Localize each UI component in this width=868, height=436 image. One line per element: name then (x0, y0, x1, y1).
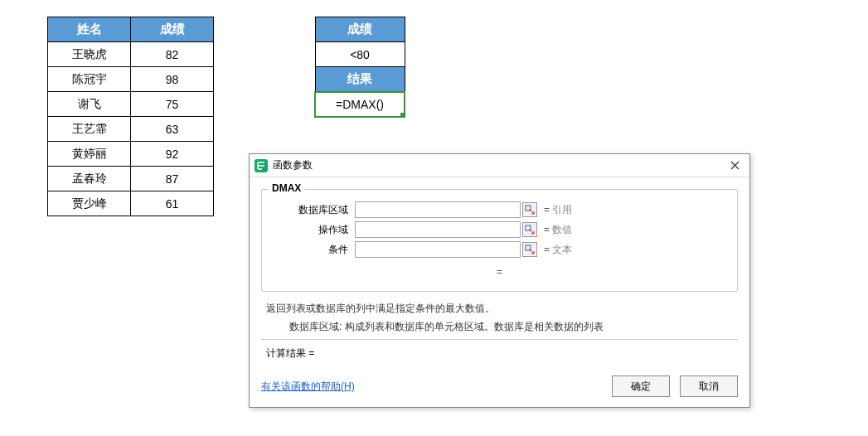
param-input-field[interactable] (355, 221, 521, 238)
cancel-button[interactable]: 取消 (680, 375, 738, 397)
result-row: 计算结果 = (261, 340, 738, 366)
cell-name[interactable]: 陈冠宇 (48, 67, 131, 92)
param-row-criteria: 条件 文本 (274, 241, 725, 258)
refedit-icon (525, 205, 535, 215)
cell-name[interactable]: 孟春玲 (48, 167, 131, 191)
param-label: 操作域 (274, 223, 348, 237)
cell-score[interactable]: 87 (131, 167, 214, 191)
function-arguments-dialog: 函数参数 DMAX 数据库区域 引用 操作域 数值 (249, 153, 750, 408)
refedit-button[interactable] (522, 222, 537, 237)
description-text: 返回列表或数据库的列中满足指定条件的最大数值。 (266, 300, 733, 318)
param-label: 数据库区域 (274, 203, 348, 217)
close-button[interactable] (725, 159, 744, 172)
param-input-database[interactable] (355, 201, 521, 218)
help-link[interactable]: 有关该函数的帮助(H) (261, 380, 355, 394)
description-block: 返回列表或数据库的列中满足指定条件的最大数值。 数据库区域: 构成列表和数据库的… (261, 297, 738, 340)
table-row[interactable]: 黄婷丽92 (48, 142, 214, 167)
function-name-legend: DMAX (269, 182, 304, 194)
table-row[interactable]: 贾少峰61 (48, 191, 214, 216)
param-row-field: 操作域 数值 (274, 221, 725, 238)
refedit-icon (525, 245, 535, 254)
titlebar[interactable]: 函数参数 (250, 154, 749, 177)
app-icon (255, 159, 268, 172)
table-row[interactable]: 结果 (315, 67, 405, 92)
criteria-value[interactable]: <80 (315, 42, 405, 67)
refedit-button[interactable] (522, 242, 537, 257)
param-label: 条件 (274, 243, 348, 257)
result-preview-equals: = (274, 266, 725, 278)
table-row[interactable]: =DMAX() (315, 92, 405, 117)
cell-name[interactable]: 王艺霏 (48, 117, 131, 142)
formula-cell[interactable]: =DMAX() (315, 92, 405, 117)
cell-score[interactable]: 82 (131, 42, 214, 67)
refedit-button[interactable] (522, 202, 537, 217)
table-row[interactable]: <80 (315, 42, 405, 67)
param-hint: 引用 (544, 203, 572, 217)
cell-score[interactable]: 98 (131, 67, 214, 92)
param-hint: 文本 (544, 243, 572, 257)
table-header-row[interactable]: 姓名 成绩 (48, 17, 214, 42)
table-row[interactable]: 孟春玲87 (48, 167, 214, 191)
param-row-database: 数据库区域 引用 (274, 201, 725, 218)
cell-score[interactable]: 61 (131, 191, 214, 216)
close-icon (730, 161, 739, 170)
dialog-body: DMAX 数据库区域 引用 操作域 数值 条件 (250, 177, 749, 375)
table-row[interactable]: 谢飞75 (48, 92, 214, 117)
table-row[interactable]: 陈冠宇98 (48, 67, 214, 92)
param-hint: 数值 (544, 223, 572, 237)
cell-name[interactable]: 谢飞 (48, 92, 131, 117)
criteria-header[interactable]: 成绩 (315, 17, 405, 42)
table-row[interactable]: 王晓虎82 (48, 42, 214, 67)
criteria-table[interactable]: 成绩 <80 结果 =DMAX() (314, 17, 405, 118)
param-input-criteria[interactable] (355, 241, 521, 258)
ok-button[interactable]: 确定 (612, 375, 670, 397)
grades-table[interactable]: 姓名 成绩 王晓虎82 陈冠宇98 谢飞75 王艺霏63 黄婷丽92 孟春玲87… (47, 17, 214, 216)
header-name[interactable]: 姓名 (48, 17, 131, 42)
cell-name[interactable]: 黄婷丽 (48, 142, 131, 167)
header-score[interactable]: 成绩 (131, 17, 214, 42)
cell-name[interactable]: 贾少峰 (48, 191, 131, 216)
table-row[interactable]: 王艺霏63 (48, 117, 214, 142)
params-fieldset: DMAX 数据库区域 引用 操作域 数值 条件 (261, 189, 738, 292)
refedit-icon (525, 225, 535, 235)
result-header[interactable]: 结果 (315, 67, 405, 92)
dialog-footer: 有关该函数的帮助(H) 确定 取消 (250, 375, 749, 407)
dialog-title: 函数参数 (273, 158, 725, 172)
cell-score[interactable]: 75 (131, 92, 214, 117)
cell-name[interactable]: 王晓虎 (48, 42, 131, 67)
description-param-text: 数据库区域: 构成列表和数据库的单元格区域。数据库是相关数据的列表 (266, 318, 733, 337)
cell-score[interactable]: 63 (131, 117, 214, 142)
cell-score[interactable]: 92 (131, 142, 214, 167)
table-row[interactable]: 成绩 (315, 17, 405, 42)
